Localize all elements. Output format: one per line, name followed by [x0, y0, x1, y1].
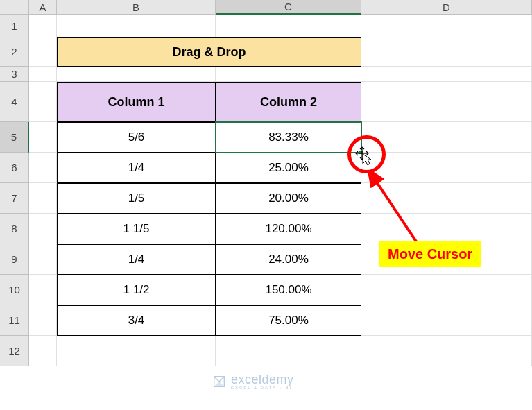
col-header-C[interactable]: C — [216, 0, 361, 15]
row-header-5[interactable]: 5 — [0, 122, 29, 153]
cell-D3[interactable] — [361, 67, 532, 82]
col-header-B[interactable]: B — [57, 0, 216, 15]
cell-A5[interactable] — [29, 122, 57, 153]
row-header-2[interactable]: 2 — [0, 37, 29, 67]
cell-D9[interactable] — [361, 244, 532, 275]
cell-A9[interactable] — [29, 244, 57, 275]
spreadsheet-grid: A B C D 1 2 Drag & Drop 3 — [0, 0, 532, 410]
cell-B1[interactable] — [57, 15, 216, 37]
cell-C9[interactable]: 24.00% — [216, 244, 361, 275]
table-header-col1[interactable]: Column 1 — [57, 82, 216, 122]
cell-A4[interactable] — [29, 82, 57, 122]
cell-D11[interactable] — [361, 305, 532, 336]
body-rows: 1 2 Drag & Drop 3 4 Column 1 Column 2 — [0, 15, 532, 366]
cell-A12[interactable] — [29, 336, 57, 366]
cell-C3[interactable] — [216, 67, 361, 82]
cell-A7[interactable] — [29, 183, 57, 214]
row-header-11[interactable]: 11 — [0, 305, 29, 336]
select-all-corner[interactable] — [0, 0, 29, 15]
row-header-3[interactable]: 3 — [0, 67, 29, 82]
cell-D8[interactable] — [361, 214, 532, 244]
cell-D4[interactable] — [361, 82, 532, 122]
row-header-8[interactable]: 8 — [0, 214, 29, 244]
cell-B6[interactable]: 1/4 — [57, 153, 216, 183]
cell-D12[interactable] — [361, 336, 532, 366]
cell-B10[interactable]: 1 1/2 — [57, 275, 216, 305]
cell-D6[interactable] — [361, 153, 532, 183]
cell-A3[interactable] — [29, 67, 57, 82]
row-header-1[interactable]: 1 — [0, 15, 29, 37]
cell-A1[interactable] — [29, 15, 57, 37]
cell-C11[interactable]: 75.00% — [216, 305, 361, 336]
col-header-D[interactable]: D — [361, 0, 532, 15]
cell-C7[interactable]: 20.00% — [216, 183, 361, 214]
cell-B9[interactable]: 1/4 — [57, 244, 216, 275]
col-header-A[interactable]: A — [29, 0, 57, 15]
row-header-9[interactable]: 9 — [0, 244, 29, 275]
row-header-4[interactable]: 4 — [0, 82, 29, 122]
cell-A11[interactable] — [29, 305, 57, 336]
cell-D7[interactable] — [361, 183, 532, 214]
cell-D5[interactable] — [361, 122, 532, 153]
cell-A2[interactable] — [29, 37, 57, 67]
cell-B7[interactable]: 1/5 — [57, 183, 216, 214]
cell-A6[interactable] — [29, 153, 57, 183]
row-header-12[interactable]: 12 — [0, 336, 29, 366]
cell-D2[interactable] — [361, 37, 532, 67]
row-header-7[interactable]: 7 — [0, 183, 29, 214]
fill-handle[interactable] — [359, 150, 363, 155]
cell-D10[interactable] — [361, 275, 532, 305]
title-cell[interactable]: Drag & Drop — [57, 37, 361, 67]
cell-C5[interactable]: 83.33% — [216, 122, 361, 153]
cell-C12[interactable] — [216, 336, 361, 366]
cell-C1[interactable] — [216, 15, 361, 37]
cell-B12[interactable] — [57, 336, 216, 366]
cell-A8[interactable] — [29, 214, 57, 244]
cell-C8[interactable]: 120.00% — [216, 214, 361, 244]
cell-A10[interactable] — [29, 275, 57, 305]
cell-B3[interactable] — [57, 67, 216, 82]
cell-C6[interactable]: 25.00% — [216, 153, 361, 183]
cell-B5[interactable]: 5/6 — [57, 122, 216, 153]
cell-C5-value: 83.33% — [268, 130, 309, 144]
row-header-10[interactable]: 10 — [0, 275, 29, 305]
column-header-row: A B C D — [0, 0, 532, 15]
cell-B11[interactable]: 3/4 — [57, 305, 216, 336]
cell-D1[interactable] — [361, 15, 532, 37]
table-header-col2[interactable]: Column 2 — [216, 82, 361, 122]
cell-B8[interactable]: 1 1/5 — [57, 214, 216, 244]
row-header-6[interactable]: 6 — [0, 153, 29, 183]
cell-C10[interactable]: 150.00% — [216, 275, 361, 305]
